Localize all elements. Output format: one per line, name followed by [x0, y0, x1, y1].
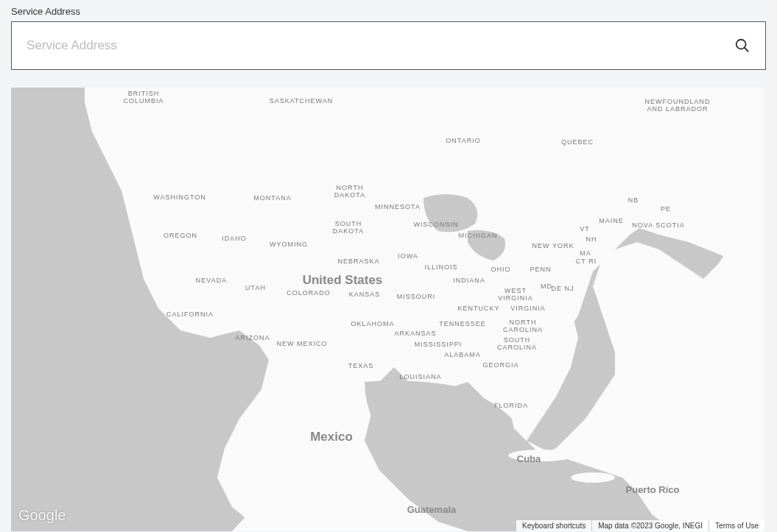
search-label: Service Address — [11, 0, 766, 21]
map-container[interactable]: BRITISHCOLUMBIASASKATCHEWANONTARIOQUEBEC… — [11, 88, 764, 531]
map-land — [11, 88, 764, 531]
search-box — [11, 21, 766, 70]
map-attribution: Map data ©2023 Google, INEGI — [591, 520, 709, 531]
svg-point-4 — [637, 487, 667, 494]
terms-of-use-link[interactable]: Terms of Use — [709, 520, 764, 531]
svg-line-1 — [745, 48, 749, 52]
svg-point-2 — [508, 450, 574, 461]
svg-point-3 — [571, 472, 615, 483]
keyboard-shortcuts-link[interactable]: Keyboard shortcuts — [516, 520, 591, 531]
svg-point-0 — [736, 40, 746, 49]
map-footer: Keyboard shortcuts Map data ©2023 Google… — [516, 520, 764, 531]
search-icon[interactable] — [734, 38, 750, 54]
service-address-input[interactable] — [27, 38, 734, 53]
